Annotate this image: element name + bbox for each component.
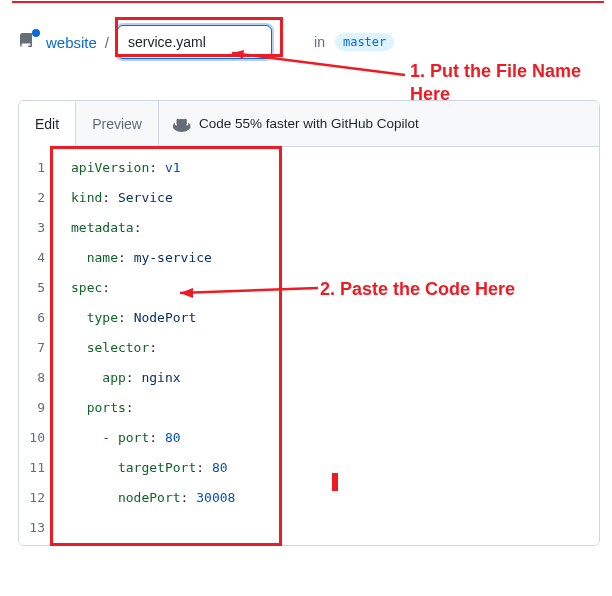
line-number: 11 [19, 453, 45, 483]
line-number: 13 [19, 513, 45, 543]
copilot-promo[interactable]: Code 55% faster with GitHub Copilot [159, 115, 419, 133]
copilot-icon [173, 115, 191, 133]
editor-tabs: Edit Preview Code 55% faster with GitHub… [19, 101, 599, 147]
annotation-cursor [332, 473, 338, 491]
line-number: 3 [19, 213, 45, 243]
line-number: 9 [19, 393, 45, 423]
annotation-box-code [50, 146, 282, 546]
breadcrumb: website / in master [18, 22, 600, 62]
line-number: 12 [19, 483, 45, 513]
line-number: 5 [19, 273, 45, 303]
line-number: 1 [19, 153, 45, 183]
repo-icon [18, 33, 34, 49]
line-number: 6 [19, 303, 45, 333]
branch-pill[interactable]: master [335, 33, 394, 51]
line-number: 8 [19, 363, 45, 393]
top-red-line [12, 1, 604, 3]
tab-preview[interactable]: Preview [76, 101, 159, 146]
repo-icon-wrap [18, 33, 36, 51]
repo-link[interactable]: website [46, 34, 97, 51]
annotation-step2: 2. Paste the Code Here [320, 278, 515, 301]
editor-gutter: 12345678910111213 [19, 147, 53, 545]
line-number: 10 [19, 423, 45, 453]
annotation-step1: 1. Put the File Name Here [410, 60, 590, 105]
line-number: 2 [19, 183, 45, 213]
copilot-text: Code 55% faster with GitHub Copilot [199, 116, 419, 131]
change-indicator-dot [32, 29, 40, 37]
tab-edit[interactable]: Edit [19, 102, 76, 147]
breadcrumb-separator: / [103, 34, 111, 51]
line-number: 7 [19, 333, 45, 363]
line-number: 4 [19, 243, 45, 273]
annotation-box-filename [115, 17, 283, 57]
in-label: in [314, 34, 325, 50]
